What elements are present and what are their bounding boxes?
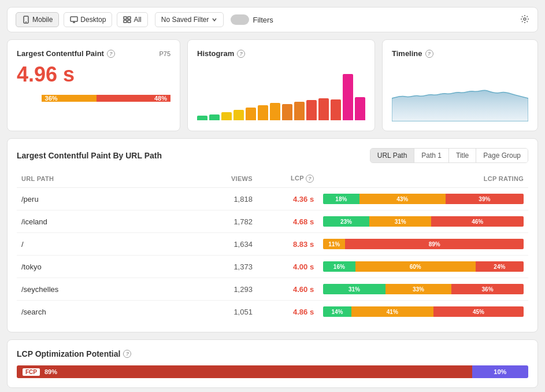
lcp-card: Largest Contentful Paint ? P75 4.96 s 36… xyxy=(7,39,180,131)
filters-toggle-wrap: Filters xyxy=(231,14,273,25)
grid-icon xyxy=(123,16,131,24)
lcp-red-seg: 48% xyxy=(97,95,170,102)
cell-views-5: 1,051 xyxy=(196,301,257,323)
mobile-btn[interactable]: Mobile xyxy=(16,12,59,27)
app-container: Mobile Desktop All No Saved Filter Filte… xyxy=(0,0,545,392)
table-row: /1,6348.83 s11%89% xyxy=(17,233,528,256)
table-section: Largest Contentful Paint By URL Path URL… xyxy=(7,138,538,332)
histogram-bar-7 xyxy=(282,104,292,120)
histogram-area xyxy=(197,62,365,120)
histogram-bar-11 xyxy=(331,99,341,120)
chevron-down-icon xyxy=(212,17,217,23)
cell-views-3: 1,373 xyxy=(196,256,257,278)
histogram-bar-12 xyxy=(343,74,353,120)
rating-bar-5: 14%41%45% xyxy=(323,306,524,317)
cell-rating-1: 23%31%46% xyxy=(318,210,528,233)
svg-rect-6 xyxy=(128,17,131,19)
opt-end-seg: 10% xyxy=(472,365,528,378)
histogram-bar-8 xyxy=(294,102,305,120)
cell-views-2: 1,634 xyxy=(196,233,257,256)
col-header-views: VIEWS xyxy=(196,171,257,188)
cell-lcp-4: 4.60 s xyxy=(257,278,318,301)
histogram-bar-4 xyxy=(246,108,256,120)
cell-path-4: /seychelles xyxy=(17,278,196,301)
cell-path-2: / xyxy=(17,233,196,256)
histogram-bar-5 xyxy=(258,105,268,120)
data-table: URL PATH VIEWS LCP ? LCP RATING /peru1,8… xyxy=(17,171,528,323)
histogram-bar-3 xyxy=(233,110,244,120)
lcp-progress-bar: 36% 48% xyxy=(17,93,170,104)
svg-rect-7 xyxy=(124,20,127,23)
top-nav: Mobile Desktop All No Saved Filter Filte… xyxy=(7,7,538,32)
table-head-row: URL PATH VIEWS LCP ? LCP RATING xyxy=(17,171,528,188)
cards-row: Largest Contentful Paint ? P75 4.96 s 36… xyxy=(7,39,538,131)
mobile-icon xyxy=(22,16,30,24)
opt-section: LCP Optimization Potential ? FCP 89% 10% xyxy=(7,339,538,388)
table-row: /iceland1,7824.68 s23%31%46% xyxy=(17,210,528,233)
svg-rect-5 xyxy=(124,17,127,19)
filters-toggle[interactable] xyxy=(231,14,249,25)
cell-lcp-5: 4.86 s xyxy=(257,301,318,323)
timeline-title: Timeline ? xyxy=(392,49,528,58)
timeline-help-icon[interactable]: ? xyxy=(425,50,433,58)
all-btn[interactable]: All xyxy=(117,12,147,27)
cell-rating-0: 18%43%39% xyxy=(318,188,528,210)
histogram-bar-0 xyxy=(197,116,207,120)
table-title: Largest Contentful Paint By URL Path xyxy=(17,151,162,160)
table-row: /seychelles1,2934.60 s31%33%36% xyxy=(17,278,528,301)
histogram-bar-1 xyxy=(209,114,220,120)
opt-fcp-seg: FCP 89% xyxy=(17,365,472,378)
filter-btn[interactable]: No Saved Filter xyxy=(155,12,224,27)
histogram-bar-2 xyxy=(221,112,232,120)
cell-path-5: /search xyxy=(17,301,196,323)
rating-bar-4: 31%33%36% xyxy=(323,284,524,294)
desktop-btn[interactable]: Desktop xyxy=(64,12,112,27)
histogram-bar-6 xyxy=(270,103,280,120)
lcp-help-icon[interactable]: ? xyxy=(107,50,115,58)
tab-title[interactable]: Title xyxy=(449,149,476,162)
histogram-bar-13 xyxy=(355,97,365,120)
lcp-value: 4.96 s xyxy=(17,62,170,87)
rating-bar-2: 11%89% xyxy=(323,239,524,249)
tab-page-group[interactable]: Page Group xyxy=(476,149,528,162)
histogram-bar-10 xyxy=(318,98,329,120)
cell-path-1: /iceland xyxy=(17,210,196,233)
timeline-area xyxy=(392,64,528,121)
settings-icon[interactable] xyxy=(520,14,529,25)
timeline-card: Timeline ? xyxy=(382,39,538,131)
cell-lcp-3: 4.00 s xyxy=(257,256,318,278)
col-header-rating: LCP RATING xyxy=(318,171,528,188)
cell-views-0: 1,818 xyxy=(196,188,257,210)
fcp-badge: FCP xyxy=(23,368,40,376)
timeline-svg xyxy=(392,64,528,121)
cell-lcp-1: 4.68 s xyxy=(257,210,318,233)
cell-path-0: /peru xyxy=(17,188,196,210)
cell-rating-3: 16%60%24% xyxy=(318,256,528,278)
opt-bar: FCP 89% 10% xyxy=(17,365,528,378)
tab-url-path[interactable]: URL Path xyxy=(370,149,415,162)
col-header-lcp: LCP ? xyxy=(257,171,318,188)
table-header: Largest Contentful Paint By URL Path URL… xyxy=(17,148,528,163)
lcp-orange-seg: 36% xyxy=(42,95,97,102)
cell-rating-4: 31%33%36% xyxy=(318,278,528,301)
cell-views-4: 1,293 xyxy=(196,278,257,301)
histogram-bar-9 xyxy=(306,100,317,120)
svg-rect-8 xyxy=(128,20,131,23)
svg-point-9 xyxy=(524,18,526,20)
lcp-col-help-icon[interactable]: ? xyxy=(306,175,314,183)
table-row: /peru1,8184.36 s18%43%39% xyxy=(17,188,528,210)
tab-group: URL Path Path 1 Title Page Group xyxy=(370,148,528,163)
cell-rating-2: 11%89% xyxy=(318,233,528,256)
opt-help-icon[interactable]: ? xyxy=(123,350,131,358)
histogram-card: Histogram ? xyxy=(187,39,375,131)
lcp-card-title: Largest Contentful Paint ? P75 xyxy=(17,49,170,58)
histogram-help-icon[interactable]: ? xyxy=(237,50,245,58)
table-row: /tokyo1,3734.00 s16%60%24% xyxy=(17,256,528,278)
cell-lcp-2: 8.83 s xyxy=(257,233,318,256)
cell-path-3: /tokyo xyxy=(17,256,196,278)
cell-rating-5: 14%41%45% xyxy=(318,301,528,323)
cell-views-1: 1,782 xyxy=(196,210,257,233)
tab-path1[interactable]: Path 1 xyxy=(414,149,449,162)
desktop-icon xyxy=(70,16,78,24)
fcp-pct: 89% xyxy=(45,368,57,375)
